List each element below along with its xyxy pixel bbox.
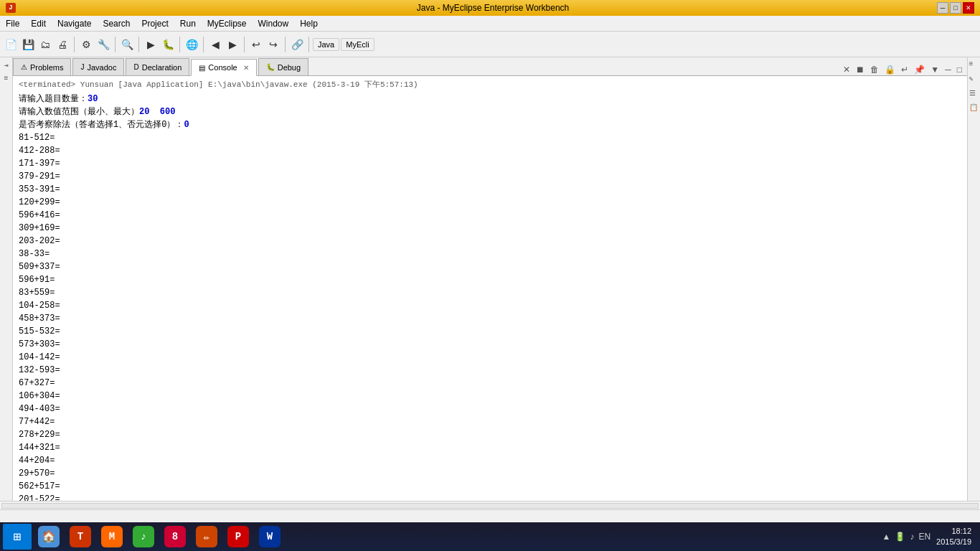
console-line: 201-522= xyxy=(19,493,961,501)
tray-chevron[interactable]: ▲ xyxy=(882,532,891,542)
console-close-icon[interactable]: ✕ xyxy=(243,64,249,72)
right-icon-3[interactable]: ☰ xyxy=(969,89,979,99)
menubar-item-navigate[interactable]: Navigate xyxy=(52,17,97,30)
tray-battery: 🔋 xyxy=(895,532,905,542)
myeclipse-badge[interactable]: MyEcli xyxy=(341,38,374,51)
console-pin-button[interactable]: 📌 xyxy=(912,64,927,75)
taskbar-app-4[interactable]: 8 xyxy=(161,524,189,550)
declaration-icon: D xyxy=(133,63,138,71)
clock-date: 2015/3/19 xyxy=(936,537,971,547)
console-line: 458+373= xyxy=(19,312,961,325)
console-scroll-lock-button[interactable]: 🔒 xyxy=(882,64,897,75)
right-icon-4[interactable]: 📋 xyxy=(969,103,979,113)
tab-debug-label: Debug xyxy=(278,63,301,72)
taskbar-app-1[interactable]: T xyxy=(66,524,95,550)
horizontal-scrollbar[interactable] xyxy=(0,501,980,509)
debug-button[interactable]: 🐛 xyxy=(160,37,176,52)
menu-bar: FileEditNavigateSearchProjectRunMyEclips… xyxy=(0,16,980,32)
menubar-item-myeclipse[interactable]: MyEclipse xyxy=(202,17,253,30)
start-button[interactable]: ⊞ xyxy=(3,524,32,550)
tab-debug[interactable]: 🐛 Debug xyxy=(258,58,308,75)
toolbar-btn-9[interactable]: 🔗 xyxy=(289,37,305,52)
toolbar: 📄 💾 🗂 🖨 ⚙ 🔧 🔍 ▶ 🐛 🌐 ◀ ▶ ↩ ↪ 🔗 Java MyEcl… xyxy=(0,32,980,57)
console-line: 77+442= xyxy=(19,415,961,428)
taskbar-clock[interactable]: 18:12 2015/3/19 xyxy=(936,526,971,548)
right-icon-2[interactable]: ✎ xyxy=(969,75,979,85)
right-icon-1[interactable]: ≡ xyxy=(969,60,979,70)
toolbar-btn-4[interactable]: 🌐 xyxy=(184,37,199,52)
tab-problems-label: Problems xyxy=(30,63,63,72)
tray-volume[interactable]: ♪ xyxy=(910,532,914,542)
title-bar: J Java - MyEclipse Enterprise Workbench … xyxy=(0,0,980,16)
view-menu-button[interactable]: ▼ xyxy=(928,64,941,75)
perspective-badge[interactable]: Java xyxy=(313,38,339,51)
menubar-item-project[interactable]: Project xyxy=(136,17,174,30)
console-line: 120+299= xyxy=(19,196,961,209)
console-word-wrap-button[interactable]: ↵ xyxy=(899,64,910,75)
run-button[interactable]: ▶ xyxy=(143,37,159,52)
menubar-item-run[interactable]: Run xyxy=(174,17,202,30)
debug-icon: 🐛 xyxy=(266,63,275,71)
taskbar-tray: ▲ 🔋 ♪ EN xyxy=(882,532,931,542)
tab-declaration[interactable]: D Declaration xyxy=(126,58,189,75)
console-line: 596+416= xyxy=(19,209,961,222)
toolbar-btn-6[interactable]: ▶ xyxy=(225,37,240,52)
console-line: 171-397= xyxy=(19,157,961,170)
close-button[interactable]: ✕ xyxy=(963,2,974,14)
toolbar-btn-1[interactable]: ⚙ xyxy=(78,37,94,52)
taskbar-app-3[interactable]: ♪ xyxy=(129,524,158,550)
console-clear-button[interactable]: ✕ xyxy=(841,64,852,75)
toolbar-btn-5[interactable]: ◀ xyxy=(207,37,223,52)
minimize-view-button[interactable]: ─ xyxy=(943,64,953,75)
tab-javadoc[interactable]: J Javadoc xyxy=(72,58,124,75)
menubar-item-file[interactable]: File xyxy=(0,17,25,30)
menubar-item-search[interactable]: Search xyxy=(97,17,136,30)
new-button[interactable]: 📄 xyxy=(3,37,19,52)
taskbar-app-7[interactable]: W xyxy=(255,524,284,550)
console-line: 144+321= xyxy=(19,441,961,454)
save-button[interactable]: 💾 xyxy=(20,37,36,52)
menubar-item-window[interactable]: Window xyxy=(253,17,295,30)
tab-problems[interactable]: ⚠ Problems xyxy=(13,58,71,75)
console-line: 494-403= xyxy=(19,402,961,415)
maximize-button[interactable]: □ xyxy=(950,2,961,14)
hscrollbar-track[interactable] xyxy=(1,503,979,509)
console-line: 379-291= xyxy=(19,170,961,183)
window-title: Java - MyEclipse Enterprise Workbench xyxy=(49,3,937,13)
right-icon-strip: ≡ ✎ ☰ 📋 xyxy=(967,57,980,501)
window-controls[interactable]: ─ □ ✕ xyxy=(937,2,974,14)
console-line: 81-512= xyxy=(19,131,961,144)
taskbar-app-5[interactable]: ✏ xyxy=(192,524,221,550)
taskbar-home[interactable]: 🏠 xyxy=(34,524,63,550)
taskbar-right: ▲ 🔋 ♪ EN 18:12 2015/3/19 xyxy=(882,526,978,548)
status-bar xyxy=(0,509,980,522)
menubar-item-edit[interactable]: Edit xyxy=(25,17,52,30)
console-line: 412-288= xyxy=(19,144,961,157)
console-remove-button[interactable]: 🗑 xyxy=(868,64,881,75)
javadoc-icon: J xyxy=(80,63,84,71)
tray-lang[interactable]: EN xyxy=(918,532,930,542)
toolbar-btn-2[interactable]: 🔧 xyxy=(95,37,111,52)
tab-console[interactable]: ▤ Console ✕ xyxy=(191,59,256,76)
console-line: 29+570= xyxy=(19,467,961,480)
taskbar-app-2[interactable]: M xyxy=(98,524,126,550)
console-line: 请输入题目数量：30 xyxy=(19,93,961,105)
left-icon-2[interactable]: ≡ xyxy=(1,73,11,83)
clock-time: 18:12 xyxy=(936,526,971,537)
toolbar-btn-7[interactable]: ↩ xyxy=(248,37,264,52)
save-all-button[interactable]: 🗂 xyxy=(37,37,53,52)
console-line: 596+91= xyxy=(19,273,961,286)
menubar-item-help[interactable]: Help xyxy=(294,17,324,30)
console-line: 是否考察除法（答者选择1、否元选择0）：0 xyxy=(19,118,961,131)
problems-icon: ⚠ xyxy=(21,63,27,71)
panel-area: ⚠ Problems J Javadoc D Declaration ▤ Con… xyxy=(13,57,967,501)
console-terminate-button[interactable]: ⏹ xyxy=(854,64,867,75)
maximize-view-button[interactable]: □ xyxy=(955,64,964,75)
toolbar-btn-8[interactable]: ↪ xyxy=(265,37,281,52)
taskbar-app-6[interactable]: P xyxy=(224,524,253,550)
console-lines: 请输入题目数量：30请输入数值范围（最小、最大）20 600是否考察除法（答者选… xyxy=(19,93,961,501)
left-icon-1[interactable]: ⇥ xyxy=(1,60,11,70)
minimize-button[interactable]: ─ xyxy=(937,2,948,14)
toolbar-btn-3[interactable]: 🔍 xyxy=(119,37,135,52)
print-button[interactable]: 🖨 xyxy=(55,37,70,52)
